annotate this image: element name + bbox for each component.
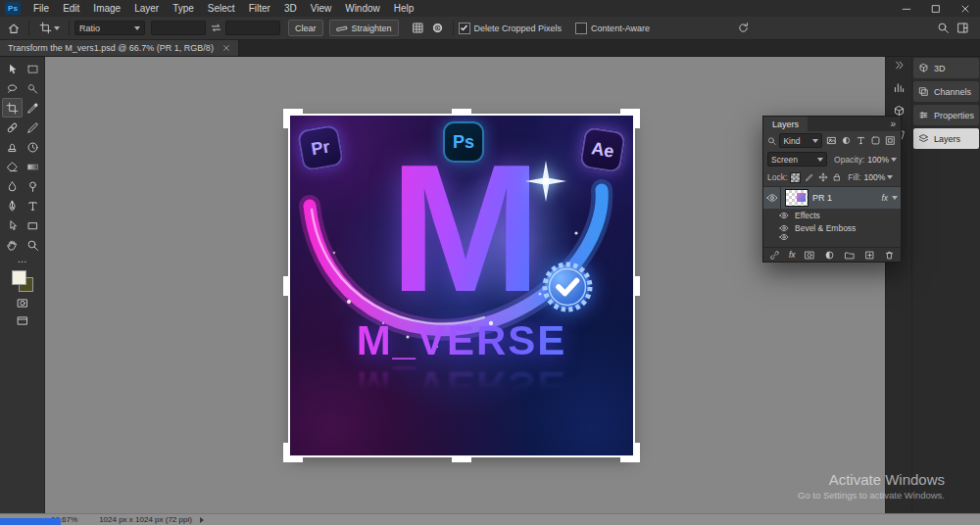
layer-thumbnail[interactable] [785,189,808,207]
swap-dimensions-button[interactable] [206,20,225,37]
menu-layer[interactable]: Layer [127,0,166,17]
new-layer-icon[interactable] [864,250,875,261]
crop-handle-bottom[interactable] [452,457,471,462]
lasso-tool[interactable] [2,78,23,98]
clone-stamp-tool[interactable] [2,137,23,157]
layers-panel-tab[interactable]: Layers [763,117,808,131]
panel-collapse-icon[interactable]: » [885,119,901,129]
panel-button-3d[interactable]: 3D [913,58,979,78]
effects-visibility-toggle[interactable] [777,211,791,220]
ratio-preset-select[interactable]: Ratio [74,21,145,35]
add-layer-mask-icon[interactable] [804,250,815,261]
crop-handle-bottom-right[interactable] [620,443,640,462]
delete-layer-icon[interactable] [884,250,895,261]
crop-tool-preset-button[interactable] [34,20,64,37]
search-icon[interactable] [933,20,953,37]
spot-healing-tool[interactable] [2,118,23,137]
quick-selection-tool[interactable] [23,78,43,98]
panel-button-properties[interactable]: Properties [913,105,979,125]
workspace-switcher-icon[interactable] [953,20,972,37]
new-group-icon[interactable] [844,250,856,261]
shape-tool[interactable] [23,215,43,235]
new-adjustment-layer-icon[interactable] [824,250,835,261]
filter-kind-select[interactable]: Kind [779,133,822,148]
layer-fx-badge[interactable]: fx [881,193,888,203]
brush-tool[interactable] [23,118,43,137]
crop-width-input[interactable] [151,21,206,35]
crop-handle-right[interactable] [635,276,640,296]
edit-toolbar-ellipsis-icon[interactable]: … [18,257,27,262]
dodge-tool[interactable] [23,176,43,196]
histogram-panel-icon[interactable] [893,81,906,94]
link-layers-icon[interactable] [769,250,780,261]
home-button[interactable] [4,20,24,37]
menu-filter[interactable]: Filter [242,0,277,17]
type-tool[interactable] [23,196,43,215]
minimize-button[interactable] [892,0,921,17]
collapse-dock-icon[interactable] [894,60,905,71]
canvas-area[interactable]: Pr Ps Ae M [45,56,886,514]
panel-button-layers[interactable]: Layers [913,128,979,149]
filter-shape-icon[interactable] [870,134,882,147]
effect-row-clipped[interactable] [763,234,901,240]
menu-select[interactable]: Select [201,0,242,17]
lock-position-icon[interactable] [817,171,828,184]
lock-pixels-icon[interactable] [804,171,814,184]
fill-value-field[interactable]: 100% [864,172,894,182]
filter-pixel-layers-icon[interactable] [825,134,837,147]
path-selection-tool[interactable] [2,215,23,235]
status-options-chevron-icon[interactable] [200,517,204,523]
content-aware-checkbox[interactable]: Content-Aware [575,23,650,34]
color-swatches[interactable] [12,270,33,292]
menu-3d[interactable]: 3D [277,0,304,17]
menu-type[interactable]: Type [166,0,201,17]
gradient-tool[interactable] [23,157,43,176]
menu-window[interactable]: Window [338,0,387,17]
foreground-color-swatch[interactable] [12,270,26,285]
panel-button-channels[interactable]: Channels [913,81,979,102]
move-tool[interactable] [2,59,23,78]
eyedropper-tool[interactable] [23,98,43,118]
crop-tool[interactable] [2,98,23,118]
delete-cropped-pixels-checkbox[interactable]: Delete Cropped Pixels [459,23,563,34]
crop-handle-bottom-left[interactable] [283,443,303,462]
close-button[interactable] [951,0,980,17]
collapse-effects-icon[interactable] [892,196,898,200]
blend-mode-select[interactable]: Screen [767,152,827,167]
crop-handle-top[interactable] [452,109,471,114]
effect-row-bevel-emboss[interactable]: Bevel & Emboss [763,221,901,234]
effect-visibility-toggle[interactable] [777,223,791,233]
layer-row-pr1[interactable]: PR 1 fx [763,187,901,209]
screen-mode-button[interactable] [16,314,29,327]
zoom-tool[interactable] [23,235,43,255]
opacity-value-field[interactable]: 100% [867,155,897,165]
crop-overlay-options-button[interactable] [409,20,428,37]
crop-handle-top-left[interactable] [283,109,303,128]
history-brush-tool[interactable] [23,137,43,157]
menu-help[interactable]: Help [387,0,421,17]
quick-mask-button[interactable] [16,297,29,310]
pen-tool[interactable] [2,196,23,215]
document-tab[interactable]: Transform the M_vers1.psd @ 66.7% (PR 1,… [0,39,239,56]
lock-all-icon[interactable] [831,171,842,184]
menu-file[interactable]: File [26,0,56,17]
lock-transparency-icon[interactable] [790,172,801,183]
tab-close-icon[interactable] [222,44,230,52]
effects-group-row[interactable]: Effects [763,209,901,221]
filter-type-icon[interactable] [855,134,866,147]
crop-handle-left[interactable] [283,276,288,296]
add-layer-style-icon[interactable]: fx [789,250,796,260]
maximize-button[interactable] [921,0,951,17]
effect-visibility-toggle[interactable] [777,234,791,240]
layer-visibility-toggle[interactable] [763,187,781,209]
blur-tool[interactable] [2,176,23,196]
menu-edit[interactable]: Edit [56,0,86,17]
eraser-tool[interactable] [2,157,23,176]
crop-settings-gear-button[interactable] [428,20,448,37]
document[interactable]: Pr Ps Ae M [290,116,633,455]
crop-handle-top-right[interactable] [620,109,640,128]
crop-height-input[interactable] [225,21,280,35]
filter-smart-object-icon[interactable] [885,134,897,147]
clear-button[interactable]: Clear [288,20,323,36]
menu-view[interactable]: View [304,0,339,17]
